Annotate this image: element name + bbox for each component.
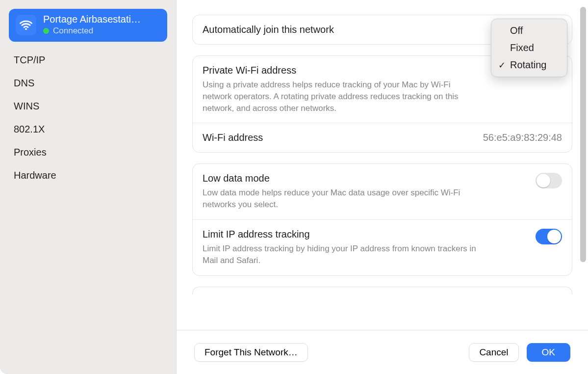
wifi-address-title: Wi-Fi address [203,132,263,143]
dropdown-option-off[interactable]: Off [493,22,565,39]
scrollbar-thumb[interactable] [580,7,586,262]
sidebar-item-wins[interactable]: WINS [9,95,167,118]
toggle-knob-icon [547,230,561,243]
low-data-row: Low data mode Low data mode helps reduce… [193,164,572,219]
dropdown-option-fixed[interactable]: Fixed [493,39,565,56]
limit-ip-desc: Limit IP address tracking by hiding your… [203,243,477,267]
low-data-toggle[interactable] [536,173,562,188]
data-options-card: Low data mode Low data mode helps reduce… [192,163,572,275]
network-status-label: Connected [53,26,93,36]
dropdown-option-label: Fixed [510,42,534,53]
network-name: Portage Airbasestati… [43,14,141,25]
forget-network-button[interactable]: Forget This Network… [194,343,308,362]
sidebar-item-dns[interactable]: DNS [9,72,167,95]
dropdown-option-label: Off [510,25,523,36]
cancel-button[interactable]: Cancel [469,343,518,362]
wifi-address-row: Wi-Fi address 56:e5:a9:83:29:48 [193,123,572,152]
next-card-partial [192,287,572,294]
auto-join-title: Automatically join this network [203,24,334,35]
svg-point-0 [25,28,27,30]
limit-ip-row: Limit IP address tracking Limit IP addre… [193,219,572,275]
toggle-knob-icon [537,174,550,187]
sidebar-item-hardware[interactable]: Hardware [9,164,167,187]
private-address-text: Private Wi-Fi address Using a private ad… [203,65,477,114]
sidebar: Portage Airbasestati… Connected TCP/IP D… [0,0,177,374]
sidebar-item-tcpip[interactable]: TCP/IP [9,49,167,72]
limit-ip-text: Limit IP address tracking Limit IP addre… [203,229,477,267]
private-address-title: Private Wi-Fi address [203,65,477,76]
private-address-dropdown[interactable]: Off Fixed ✓ Rotating [491,19,567,77]
sidebar-item-8021x[interactable]: 802.1X [9,118,167,141]
status-dot-icon [43,28,49,34]
network-status: Connected [43,26,141,36]
dropdown-option-label: Rotating [510,59,547,71]
low-data-desc: Low data mode helps reduce your Mac data… [203,187,477,211]
sidebar-network-item[interactable]: Portage Airbasestati… Connected [9,9,167,42]
sidebar-list: TCP/IP DNS WINS 802.1X Proxies Hardware [9,45,167,187]
checkmark-icon: ✓ [496,60,507,71]
ok-button[interactable]: OK [527,343,570,362]
wifi-address-value: 56:e5:a9:83:29:48 [483,132,562,143]
sidebar-item-proxies[interactable]: Proxies [9,141,167,164]
limit-ip-toggle[interactable] [536,229,562,244]
limit-ip-title: Limit IP address tracking [203,229,477,240]
private-address-desc: Using a private address helps reduce tra… [203,79,477,114]
dropdown-option-rotating[interactable]: ✓ Rotating [493,56,565,74]
low-data-text: Low data mode Low data mode helps reduce… [203,173,477,211]
scrollbar-track[interactable] [580,4,586,325]
low-data-title: Low data mode [203,173,477,184]
sidebar-network-text: Portage Airbasestati… Connected [43,14,141,36]
main-pane: Automatically join this network Private … [177,0,588,374]
wifi-icon [16,15,36,35]
footer-bar: Forget This Network… Cancel OK [177,330,588,374]
settings-window: Portage Airbasestati… Connected TCP/IP D… [0,0,588,374]
